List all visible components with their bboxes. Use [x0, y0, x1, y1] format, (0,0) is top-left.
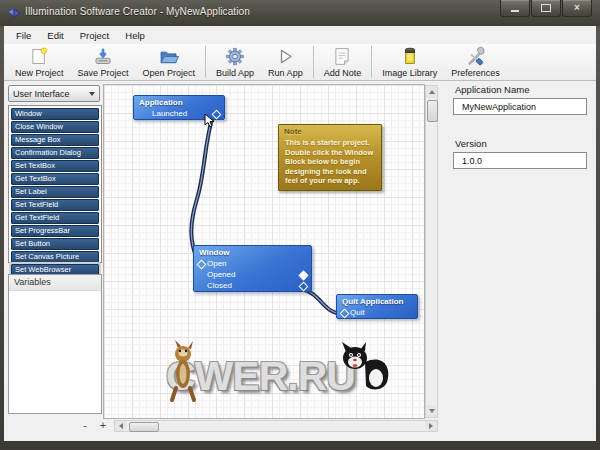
- note-block[interactable]: Note This is a starter project. Double c…: [278, 124, 382, 191]
- output-port-diamond[interactable]: [299, 281, 309, 291]
- open-project-icon: [158, 46, 180, 67]
- build-app-button[interactable]: Build App: [209, 44, 261, 80]
- palette-item-set-canvas-picture[interactable]: Set Canvas Picture: [11, 251, 99, 263]
- toolbar-label: Run App: [268, 68, 303, 78]
- variables-panel: Variables: [8, 274, 102, 414]
- arrow-up-icon: [429, 90, 435, 94]
- build-app-icon: [224, 46, 246, 67]
- add-note-button[interactable]: Add Note: [317, 44, 369, 80]
- row-label: Closed: [207, 281, 232, 290]
- scroll-left-button[interactable]: [115, 421, 127, 431]
- close-icon: ×: [574, 3, 580, 13]
- toolbar-label: New Project: [15, 68, 64, 78]
- palette-item-message-box[interactable]: Message Box: [11, 134, 99, 146]
- variables-header: Variables: [9, 275, 101, 291]
- arrow-down-icon: [429, 409, 435, 413]
- app-icon: [7, 6, 21, 19]
- minimize-icon: [511, 10, 519, 12]
- maximize-icon: [541, 4, 551, 12]
- arrow-right-icon: [429, 423, 433, 429]
- block-title: Window: [194, 246, 311, 258]
- menu-project[interactable]: Project: [72, 28, 118, 43]
- scroll-right-button[interactable]: [425, 421, 437, 431]
- toolbar: New Project Save Project Open Project: [4, 44, 596, 81]
- toolbar-label: Preferences: [451, 68, 500, 78]
- block-row-opened[interactable]: Opened: [194, 269, 311, 280]
- toolbar-label: Save Project: [78, 68, 129, 78]
- row-label: Quit: [350, 308, 365, 317]
- toolbar-separator: [371, 46, 372, 78]
- image-library-button[interactable]: Image Library: [375, 44, 444, 80]
- toolbar-label: Open Project: [143, 68, 196, 78]
- mascot-cat: [332, 340, 394, 394]
- toolbar-label: Image Library: [382, 68, 437, 78]
- zoom-out-button[interactable]: -: [78, 418, 92, 431]
- palette-item-get-textbox[interactable]: Get TextBox: [11, 173, 99, 185]
- row-label: Opened: [207, 270, 235, 279]
- palette-item-set-button[interactable]: Set Button: [11, 238, 99, 250]
- block-quit-application[interactable]: Quit Application Quit: [336, 294, 418, 319]
- save-project-button[interactable]: Save Project: [71, 44, 136, 80]
- run-app-icon: [274, 46, 296, 67]
- canvas-horizontal-scrollbar[interactable]: [114, 420, 438, 432]
- chevron-down-icon: [89, 92, 95, 96]
- input-port-diamond[interactable]: [197, 259, 207, 269]
- preferences-button[interactable]: Preferences: [444, 44, 507, 80]
- application-name-field[interactable]: [453, 98, 587, 115]
- block-row-open[interactable]: Open: [194, 258, 311, 269]
- toolbar-separator: [205, 46, 206, 78]
- block-title: Quit Application: [337, 295, 417, 307]
- scroll-down-button[interactable]: [426, 405, 437, 417]
- block-window[interactable]: Window Open Opened Closed: [193, 245, 312, 292]
- maximize-button[interactable]: [531, 0, 561, 17]
- palette-item-set-progressbar[interactable]: Set ProgressBar: [11, 225, 99, 237]
- toolbar-label: Add Note: [324, 68, 362, 78]
- save-project-icon: [92, 46, 114, 67]
- version-field[interactable]: [453, 152, 587, 169]
- minimize-button[interactable]: [500, 0, 530, 17]
- vertical-scroll-thumb[interactable]: [427, 100, 438, 122]
- open-project-button[interactable]: Open Project: [136, 44, 203, 80]
- mascot-coyote: [166, 340, 202, 402]
- mouse-cursor-icon: [204, 113, 215, 128]
- palette-item-close-window[interactable]: Close Window: [11, 121, 99, 133]
- window-title: Illumination Software Creator - MyNewApp…: [25, 6, 250, 17]
- add-note-icon: [331, 46, 353, 67]
- window-controls: ×: [499, 0, 592, 17]
- block-row-closed[interactable]: Closed: [194, 280, 311, 291]
- palette-item-confirmation-dialog[interactable]: Confirmation Dialog: [11, 147, 99, 159]
- titlebar: Illumination Software Creator - MyNewApp…: [0, 0, 600, 26]
- menu-file[interactable]: File: [8, 28, 39, 43]
- horizontal-scroll-thumb[interactable]: [129, 422, 159, 432]
- palette-item-set-label[interactable]: Set Label: [11, 186, 99, 198]
- palette-item-set-textfield[interactable]: Set TextField: [11, 199, 99, 211]
- new-project-button[interactable]: New Project: [8, 44, 71, 80]
- block-row-quit[interactable]: Quit: [337, 307, 417, 318]
- scroll-up-button[interactable]: [426, 86, 437, 98]
- window-content: File Edit Project Help New Project Sav: [4, 26, 596, 441]
- note-title: Note: [279, 125, 381, 136]
- input-port-diamond[interactable]: [340, 308, 350, 318]
- toolbar-label: Build App: [216, 68, 254, 78]
- palette-list: Window Close Window Message Box Confirma…: [8, 105, 102, 263]
- palette-item-get-textfield[interactable]: Get TextField: [11, 212, 99, 224]
- menu-edit[interactable]: Edit: [39, 28, 71, 43]
- new-project-icon: [28, 46, 50, 67]
- palette-category-dropdown[interactable]: User Interface: [8, 85, 100, 102]
- row-label: Launched: [152, 109, 187, 118]
- arrow-left-icon: [119, 423, 123, 429]
- menu-help[interactable]: Help: [117, 28, 153, 43]
- close-button[interactable]: ×: [562, 0, 592, 17]
- canvas-vertical-scrollbar[interactable]: [425, 85, 438, 418]
- application-name-label: Application Name: [455, 84, 529, 95]
- palette-item-set-textbox[interactable]: Set TextBox: [11, 160, 99, 172]
- image-library-icon: [399, 46, 421, 67]
- version-label: Version: [455, 138, 487, 149]
- palette-category-label: User Interface: [13, 89, 70, 99]
- note-text: This is a starter project. Double click …: [279, 136, 381, 188]
- zoom-in-button[interactable]: +: [96, 418, 110, 431]
- run-app-button[interactable]: Run App: [261, 44, 310, 80]
- output-port-diamond[interactable]: [299, 270, 309, 280]
- palette-item-window[interactable]: Window: [11, 108, 99, 120]
- design-canvas[interactable]: CWER.RU: [103, 84, 425, 419]
